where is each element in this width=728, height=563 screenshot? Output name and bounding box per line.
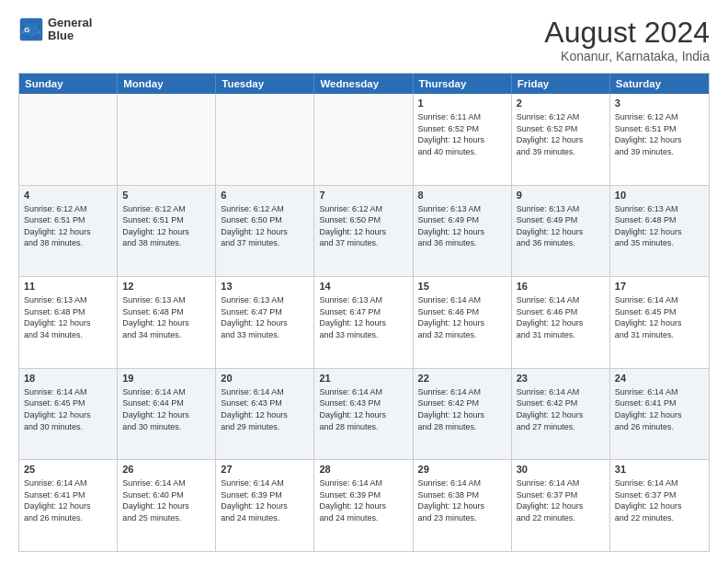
day-number: 23 — [517, 372, 605, 385]
calendar-row-4: 25Sunrise: 6:14 AM Sunset: 6:41 PM Dayli… — [19, 459, 709, 551]
day-cell-31: 31Sunrise: 6:14 AM Sunset: 6:37 PM Dayli… — [610, 460, 709, 551]
day-info: Sunrise: 6:12 AM Sunset: 6:50 PM Dayligh… — [319, 203, 407, 249]
day-cell-22: 22Sunrise: 6:14 AM Sunset: 6:42 PM Dayli… — [414, 369, 512, 460]
day-cell-19: 19Sunrise: 6:14 AM Sunset: 6:44 PM Dayli… — [118, 369, 216, 460]
day-cell-21: 21Sunrise: 6:14 AM Sunset: 6:43 PM Dayli… — [314, 369, 413, 460]
day-info: Sunrise: 6:11 AM Sunset: 6:52 PM Dayligh… — [418, 111, 506, 157]
day-number: 1 — [418, 97, 506, 110]
day-cell-6: 6Sunrise: 6:12 AM Sunset: 6:50 PM Daylig… — [216, 186, 314, 277]
day-info: Sunrise: 6:14 AM Sunset: 6:45 PM Dayligh… — [615, 294, 704, 340]
day-info: Sunrise: 6:12 AM Sunset: 6:50 PM Dayligh… — [221, 203, 309, 249]
day-cell-16: 16Sunrise: 6:14 AM Sunset: 6:46 PM Dayli… — [512, 277, 610, 368]
header-day-saturday: Saturday — [610, 74, 709, 94]
title-block: August 2024 Konanur, Karnataka, India — [544, 17, 710, 63]
day-number: 26 — [122, 463, 210, 477]
day-number: 6 — [221, 189, 309, 202]
day-cell-30: 30Sunrise: 6:14 AM Sunset: 6:37 PM Dayli… — [512, 460, 610, 551]
day-info: Sunrise: 6:14 AM Sunset: 6:37 PM Dayligh… — [615, 477, 704, 523]
calendar-row-2: 11Sunrise: 6:13 AM Sunset: 6:48 PM Dayli… — [19, 276, 709, 368]
day-number: 7 — [319, 189, 407, 202]
header-day-sunday: Sunday — [19, 74, 118, 94]
day-info: Sunrise: 6:14 AM Sunset: 6:43 PM Dayligh… — [319, 386, 407, 432]
day-number: 12 — [122, 280, 210, 293]
day-number: 31 — [615, 463, 704, 477]
day-number: 16 — [517, 280, 605, 293]
day-number: 9 — [517, 189, 605, 202]
day-cell-27: 27Sunrise: 6:14 AM Sunset: 6:39 PM Dayli… — [216, 460, 314, 551]
day-cell-10: 10Sunrise: 6:13 AM Sunset: 6:48 PM Dayli… — [610, 186, 709, 277]
calendar-body: 1Sunrise: 6:11 AM Sunset: 6:52 PM Daylig… — [19, 94, 709, 551]
day-cell-14: 14Sunrise: 6:13 AM Sunset: 6:47 PM Dayli… — [314, 277, 413, 368]
day-number: 18 — [24, 372, 112, 385]
day-number: 21 — [319, 372, 407, 385]
day-cell-18: 18Sunrise: 6:14 AM Sunset: 6:45 PM Dayli… — [19, 369, 118, 460]
day-info: Sunrise: 6:14 AM Sunset: 6:41 PM Dayligh… — [615, 386, 704, 432]
day-number: 28 — [319, 463, 407, 477]
day-info: Sunrise: 6:12 AM Sunset: 6:51 PM Dayligh… — [122, 203, 210, 249]
day-number: 4 — [24, 189, 112, 202]
day-number: 24 — [615, 372, 704, 385]
day-cell-26: 26Sunrise: 6:14 AM Sunset: 6:40 PM Dayli… — [118, 460, 216, 551]
calendar-header: SundayMondayTuesdayWednesdayThursdayFrid… — [19, 74, 709, 94]
day-info: Sunrise: 6:14 AM Sunset: 6:43 PM Dayligh… — [221, 386, 309, 432]
day-cell-20: 20Sunrise: 6:14 AM Sunset: 6:43 PM Dayli… — [216, 369, 314, 460]
day-info: Sunrise: 6:14 AM Sunset: 6:37 PM Dayligh… — [517, 477, 605, 523]
header-day-tuesday: Tuesday — [216, 74, 314, 94]
calendar: SundayMondayTuesdayWednesdayThursdayFrid… — [18, 73, 710, 552]
calendar-row-1: 4Sunrise: 6:12 AM Sunset: 6:51 PM Daylig… — [19, 185, 709, 277]
empty-cell — [216, 94, 314, 185]
empty-cell — [19, 94, 118, 185]
header-day-monday: Monday — [118, 74, 216, 94]
day-cell-7: 7Sunrise: 6:12 AM Sunset: 6:50 PM Daylig… — [314, 186, 413, 277]
day-cell-5: 5Sunrise: 6:12 AM Sunset: 6:51 PM Daylig… — [118, 186, 216, 277]
location: Konanur, Karnataka, India — [544, 49, 710, 63]
day-info: Sunrise: 6:13 AM Sunset: 6:48 PM Dayligh… — [122, 294, 210, 340]
month-year: August 2024 — [544, 17, 710, 49]
day-cell-15: 15Sunrise: 6:14 AM Sunset: 6:46 PM Dayli… — [414, 277, 512, 368]
logo-line1: General — [48, 17, 92, 29]
day-cell-11: 11Sunrise: 6:13 AM Sunset: 6:48 PM Dayli… — [19, 277, 118, 368]
logo-line2: Blue — [48, 29, 92, 42]
day-info: Sunrise: 6:13 AM Sunset: 6:48 PM Dayligh… — [24, 294, 112, 340]
day-number: 25 — [24, 463, 112, 477]
day-cell-8: 8Sunrise: 6:13 AM Sunset: 6:49 PM Daylig… — [414, 186, 512, 277]
header-day-wednesday: Wednesday — [314, 74, 413, 94]
day-number: 20 — [221, 372, 309, 385]
day-number: 3 — [615, 97, 704, 110]
day-info: Sunrise: 6:13 AM Sunset: 6:49 PM Dayligh… — [418, 203, 506, 249]
header: G General Blue August 2024 Konanur, Karn… — [18, 17, 710, 63]
day-number: 29 — [418, 463, 506, 477]
day-info: Sunrise: 6:14 AM Sunset: 6:39 PM Dayligh… — [221, 477, 309, 523]
day-info: Sunrise: 6:12 AM Sunset: 6:51 PM Dayligh… — [615, 111, 704, 157]
day-info: Sunrise: 6:13 AM Sunset: 6:48 PM Dayligh… — [615, 203, 704, 249]
day-number: 2 — [517, 97, 605, 110]
day-number: 11 — [24, 280, 112, 293]
day-number: 15 — [418, 280, 506, 293]
day-info: Sunrise: 6:14 AM Sunset: 6:41 PM Dayligh… — [24, 477, 112, 523]
page: G General Blue August 2024 Konanur, Karn… — [0, 0, 728, 563]
day-cell-9: 9Sunrise: 6:13 AM Sunset: 6:49 PM Daylig… — [512, 186, 610, 277]
day-cell-23: 23Sunrise: 6:14 AM Sunset: 6:42 PM Dayli… — [512, 369, 610, 460]
day-info: Sunrise: 6:14 AM Sunset: 6:40 PM Dayligh… — [122, 477, 210, 523]
day-info: Sunrise: 6:14 AM Sunset: 6:39 PM Dayligh… — [319, 477, 407, 523]
day-number: 17 — [615, 280, 704, 293]
day-number: 13 — [221, 280, 309, 293]
calendar-row-0: 1Sunrise: 6:11 AM Sunset: 6:52 PM Daylig… — [19, 94, 709, 185]
day-info: Sunrise: 6:14 AM Sunset: 6:46 PM Dayligh… — [517, 294, 605, 340]
day-cell-1: 1Sunrise: 6:11 AM Sunset: 6:52 PM Daylig… — [414, 94, 512, 185]
empty-cell — [314, 94, 413, 185]
day-info: Sunrise: 6:14 AM Sunset: 6:42 PM Dayligh… — [517, 386, 605, 432]
day-info: Sunrise: 6:14 AM Sunset: 6:44 PM Dayligh… — [122, 386, 210, 432]
day-cell-4: 4Sunrise: 6:12 AM Sunset: 6:51 PM Daylig… — [19, 186, 118, 277]
day-cell-2: 2Sunrise: 6:12 AM Sunset: 6:52 PM Daylig… — [512, 94, 610, 185]
logo-icon: G — [18, 17, 44, 42]
logo-text: General Blue — [48, 17, 92, 43]
header-day-friday: Friday — [512, 74, 610, 94]
day-cell-12: 12Sunrise: 6:13 AM Sunset: 6:48 PM Dayli… — [118, 277, 216, 368]
empty-cell — [118, 94, 216, 185]
day-info: Sunrise: 6:13 AM Sunset: 6:47 PM Dayligh… — [319, 294, 407, 340]
day-info: Sunrise: 6:14 AM Sunset: 6:38 PM Dayligh… — [418, 477, 506, 523]
day-number: 19 — [122, 372, 210, 385]
day-info: Sunrise: 6:12 AM Sunset: 6:52 PM Dayligh… — [517, 111, 605, 157]
day-info: Sunrise: 6:13 AM Sunset: 6:49 PM Dayligh… — [517, 203, 605, 249]
